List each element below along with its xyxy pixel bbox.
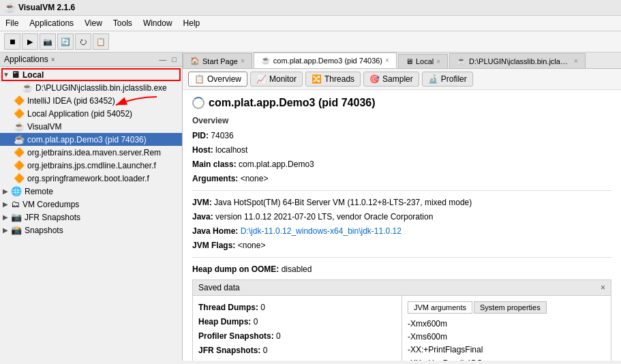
pid-label: PID: xyxy=(192,131,209,140)
inner-tab-overview[interactable]: 📋 Overview xyxy=(188,72,247,87)
host-label: Host: xyxy=(192,145,213,155)
inner-tab-monitor-icon: 📈 xyxy=(256,74,267,84)
right-panel: 🏠 Start Page × ☕ com.plat.app.Demo3 (pid… xyxy=(183,52,621,361)
tab-local-label: Local xyxy=(416,57,434,65)
toolbar-btn-1[interactable]: ⏹ xyxy=(4,33,20,50)
panel-controls: — □ xyxy=(157,55,178,63)
tree-item-vmcoredumps[interactable]: ▶ 🗂 VM Coredumps xyxy=(0,198,182,211)
tree-item-jclasslib[interactable]: ☕ D:\PLUGIN\jclasslib.bin.jclasslib.exe xyxy=(0,81,182,94)
inner-tab-monitor[interactable]: 📈 Monitor xyxy=(250,72,303,87)
menu-bar: File Applications View Tools Window Help xyxy=(0,16,621,31)
vmcoredumps-icon: 🗂 xyxy=(11,199,20,209)
loading-icon xyxy=(192,97,205,109)
panel-header: Applications × — □ xyxy=(0,52,182,67)
tab-jclasslib-close[interactable]: × xyxy=(574,57,578,65)
jvm-tabs: JVM arguments System properties xyxy=(408,301,605,314)
tree-arrow-snapshots: ▶ xyxy=(3,226,11,234)
tab-start-close[interactable]: × xyxy=(241,57,245,65)
jvm-value: Java HotSpot(TM) 64-Bit Server VM (11.0.… xyxy=(214,198,472,207)
tree-item-spring[interactable]: 🔶 org.springframework.boot.loader.f xyxy=(0,172,182,185)
tree-label-jclasslib: D:\PLUGIN\jclasslib.bin.jclasslib.exe xyxy=(35,83,167,93)
saved-data-area: Saved data × Thread Dumps: 0 Heap Dumps:… xyxy=(192,279,611,361)
tree-arrow-local: ▼ xyxy=(3,71,11,78)
tab-jclasslib-icon: ☕ xyxy=(457,57,466,65)
jfr-snapshots-row: JFR Snapshots: 0 xyxy=(198,344,396,357)
tree-item-jfrsnapshots[interactable]: ▶ 📷 JFR Snapshots xyxy=(0,211,182,224)
host-row: Host: localhost xyxy=(192,144,611,156)
saved-data-close[interactable]: × xyxy=(601,283,605,292)
toolbar-btn-2[interactable]: ▶ xyxy=(22,33,38,50)
app-title-text: com.plat.app.Demo3 (pid 74036) xyxy=(209,97,376,109)
inner-tab-sampler[interactable]: 🎯 Sampler xyxy=(363,72,419,87)
panel-title: Applications xyxy=(4,55,48,64)
jvm-tab-properties[interactable]: System properties xyxy=(474,301,547,314)
menu-view[interactable]: View xyxy=(79,17,108,29)
tab-demo3[interactable]: ☕ com.plat.app.Demo3 (pid 74036) × xyxy=(254,52,397,68)
tree-label-intellij: IntelliJ IDEA (pid 63452) xyxy=(27,96,115,106)
tree-item-maven[interactable]: 🔶 org.jetbrains.idea.maven.server.Rem xyxy=(0,146,182,159)
tab-demo3-close[interactable]: × xyxy=(385,57,389,64)
content-area: com.plat.app.Demo3 (pid 74036) Overview … xyxy=(183,90,621,361)
jvmarg-1: -Xms600m xyxy=(408,331,605,344)
heapdump-row: Heap dump on OOME: disabled xyxy=(192,263,611,275)
menu-window[interactable]: Window xyxy=(138,17,178,29)
tree-item-intellij[interactable]: 🔶 IntelliJ IDEA (pid 63452) xyxy=(0,94,182,107)
maven-icon: 🔶 xyxy=(14,147,25,157)
saved-data-header: Saved data × xyxy=(193,280,611,296)
toolbar-btn-3[interactable]: 📷 xyxy=(40,33,56,50)
toolbar-btn-5[interactable]: ⭮ xyxy=(75,33,91,50)
localapp-icon: 🔶 xyxy=(14,108,25,119)
tab-local-close[interactable]: × xyxy=(436,58,440,65)
pid-value: 74036 xyxy=(211,131,233,140)
inner-tab-threads[interactable]: 🔀 Threads xyxy=(305,72,361,87)
tree-arrow-vmcoredumps: ▶ xyxy=(3,200,11,208)
saved-data-title: Saved data xyxy=(198,283,240,292)
tree-item-demo3[interactable]: ☕ com.plat.app.Demo3 (pid 74036) xyxy=(0,133,182,146)
jvm-args-list: -Xmx600m -Xms600m -XX:+PrintFlagsFinal -… xyxy=(408,318,605,361)
arguments-label: Arguments: xyxy=(192,174,238,183)
divider-2 xyxy=(192,257,611,258)
profiler-snapshots-label: Profiler Snapshots: xyxy=(198,331,274,341)
saved-data-right: JVM arguments System properties -Xmx600m… xyxy=(402,296,611,361)
toolbar-btn-4[interactable]: 🔄 xyxy=(57,33,74,50)
toolbar-btn-6[interactable]: 📋 xyxy=(93,33,109,50)
inner-tab-sampler-label: Sampler xyxy=(382,74,413,84)
app-title-row: com.plat.app.Demo3 (pid 74036) xyxy=(192,97,611,109)
menu-applications[interactable]: Applications xyxy=(24,17,79,29)
tree-item-visualvm[interactable]: ☕ VisualVM xyxy=(0,120,182,133)
mainclass-label: Main class: xyxy=(192,160,237,169)
jclasslib-icon: ☕ xyxy=(22,82,33,93)
inner-tab-profiler-icon: 🔬 xyxy=(428,74,438,84)
panel-minimize[interactable]: — xyxy=(157,55,168,63)
jvm-label: JVM: xyxy=(192,198,212,207)
jvmflags-value: <none> xyxy=(238,241,266,250)
menu-help[interactable]: Help xyxy=(178,17,206,29)
panel-header-left: Applications × xyxy=(4,55,55,64)
javahome-row: Java Home: D:\jdk-11.0.12_windows-x64_bi… xyxy=(192,225,611,237)
tree-item-localapp[interactable]: 🔶 Local Application (pid 54052) xyxy=(0,107,182,120)
jvm-tab-arguments[interactable]: JVM arguments xyxy=(408,301,472,314)
spring-icon: 🔶 xyxy=(14,173,25,183)
tab-start-label: Start Page xyxy=(202,57,238,65)
panel-close-tab[interactable]: × xyxy=(51,56,55,63)
menu-tools[interactable]: Tools xyxy=(108,17,138,29)
menu-file[interactable]: File xyxy=(0,17,24,29)
tree-item-remote[interactable]: ▶ 🌐 Remote xyxy=(0,185,182,198)
tab-local[interactable]: 🖥 Local × xyxy=(398,54,448,68)
tab-start[interactable]: 🏠 Start Page × xyxy=(183,53,252,68)
jvmarg-3: -XX:+UseParallelGC xyxy=(408,357,605,361)
tree-label-maven: org.jetbrains.idea.maven.server.Rem xyxy=(27,148,161,157)
inner-tab-sampler-icon: 🎯 xyxy=(369,74,380,84)
profiler-snapshots-value: 0 xyxy=(276,331,281,341)
intellij-icon: 🔶 xyxy=(14,95,25,106)
tab-jclasslib[interactable]: ☕ D:\PLUGIN\jclasslib.bin.jclasslib.exe … xyxy=(449,53,586,68)
inner-tab-profiler[interactable]: 🔬 Profiler xyxy=(422,72,473,87)
panel-restore[interactable]: □ xyxy=(170,55,178,63)
tree-item-cmdline[interactable]: 🔶 org.jetbrains.jps.cmdline.Launcher.f xyxy=(0,159,182,172)
tree-item-local[interactable]: ▼ 🖥 Local xyxy=(0,68,182,81)
tree-item-snapshots[interactable]: ▶ 📸 Snapshots xyxy=(0,224,182,237)
visualvm-icon: ☕ xyxy=(14,121,25,132)
host-value: localhost xyxy=(215,145,247,155)
local-icon: 🖥 xyxy=(11,70,20,80)
tab-demo3-icon: ☕ xyxy=(261,56,271,65)
